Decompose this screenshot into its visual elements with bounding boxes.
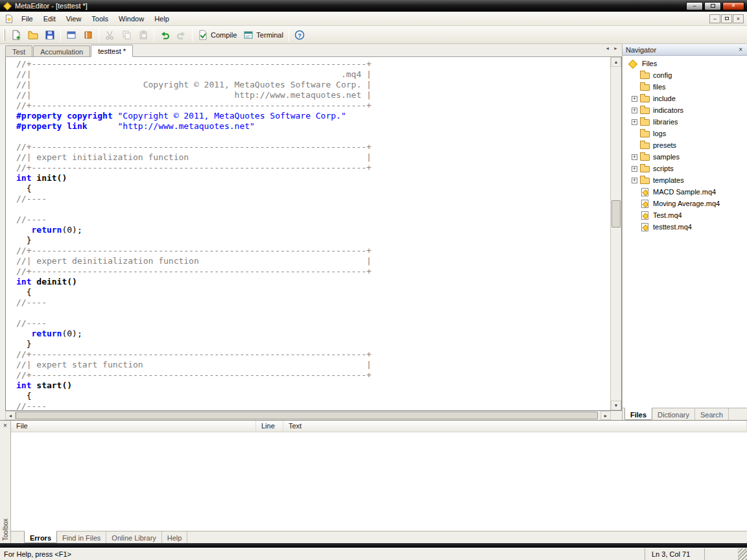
code-line: //| .mq4 | xyxy=(16,69,610,80)
horizontal-scrollbar[interactable]: ◄ ► xyxy=(5,411,622,420)
minimize-button[interactable]: – xyxy=(686,2,703,10)
folder-icon xyxy=(640,178,650,184)
compile-button[interactable]: Compile xyxy=(195,27,240,43)
expand-icon[interactable]: + xyxy=(632,154,637,160)
menu-view[interactable]: View xyxy=(61,13,87,25)
tree-item-scripts[interactable]: +scripts xyxy=(622,163,747,174)
code-area[interactable]: //+-------------------------------------… xyxy=(6,57,610,410)
tree-item-logs[interactable]: logs xyxy=(622,128,747,139)
tree-item-config[interactable]: config xyxy=(622,69,747,81)
scroll-up-icon[interactable]: ▲ xyxy=(611,57,621,67)
scroll-left-icon[interactable]: ◄ xyxy=(5,411,16,420)
tree-item-presets[interactable]: presets xyxy=(622,139,747,151)
tree-item-files[interactable]: files xyxy=(622,81,747,93)
book-button[interactable] xyxy=(80,27,97,43)
navigator-close-icon[interactable]: × xyxy=(737,46,744,53)
tab-scroll-left-icon[interactable]: ◄ xyxy=(605,46,610,51)
expand-icon[interactable]: + xyxy=(632,178,637,183)
code-line: //| expert initialization function | xyxy=(16,152,610,163)
status-blank-cell xyxy=(704,548,738,560)
cut-button[interactable] xyxy=(101,27,118,43)
toolbox-tab-errors[interactable]: Errors xyxy=(24,531,57,543)
tree-item-label: Files xyxy=(642,60,657,67)
toolbox-strip: × Toolbox xyxy=(0,421,10,543)
tree-item-include[interactable]: +include xyxy=(622,93,747,104)
toolbox-main: File Line Text ErrorsFind in FilesOnline… xyxy=(10,421,747,543)
tree-item-test-mq4[interactable]: Test.mq4 xyxy=(622,209,747,221)
navigator-tab-dictionary[interactable]: Dictionary xyxy=(652,408,695,420)
save-button[interactable] xyxy=(42,27,58,43)
mdi-restore-icon xyxy=(725,17,729,20)
document-icon[interactable] xyxy=(5,14,14,23)
column-header-line[interactable]: Line xyxy=(256,421,283,432)
code-line: //---- xyxy=(16,194,610,204)
close-button[interactable]: × xyxy=(722,2,744,10)
horizontal-scroll-track[interactable] xyxy=(16,411,600,420)
toolbox-body[interactable] xyxy=(11,432,747,531)
toolbox-tab-help[interactable]: Help xyxy=(162,531,188,543)
toolbox-tab-online-library[interactable]: Online Library xyxy=(106,531,161,543)
horizontal-scroll-thumb[interactable] xyxy=(16,412,598,419)
menu-window[interactable]: Window xyxy=(113,13,149,25)
column-header-file[interactable]: File xyxy=(11,421,256,432)
toolbox-tab-find-in-files[interactable]: Find in Files xyxy=(57,531,106,543)
tree-item-testtest-mq4[interactable]: testtest.mq4 xyxy=(622,221,747,233)
tab-test[interactable]: Test xyxy=(5,45,32,56)
tree-item-label: scripts xyxy=(653,165,674,172)
tab-scroll-right-icon[interactable]: ► xyxy=(613,46,618,51)
restore-button[interactable] xyxy=(704,2,721,10)
tab-strip: TestAccumulationtesttest * ◄ ► xyxy=(5,44,622,57)
terminal-button[interactable]: Terminal xyxy=(240,27,287,43)
navigator-tab-files[interactable]: Files xyxy=(624,408,652,420)
vertical-scrollbar[interactable]: ▲ ▼ xyxy=(610,57,621,410)
help-button[interactable]: ? xyxy=(291,27,308,43)
folder-icon xyxy=(640,73,650,79)
new-file-button[interactable] xyxy=(8,27,25,43)
window-button[interactable] xyxy=(63,27,80,43)
tree-item-label: Moving Average.mq4 xyxy=(653,200,720,207)
tab-accumulation[interactable]: Accumulation xyxy=(33,45,90,56)
vertical-scroll-track[interactable] xyxy=(611,67,621,401)
tree-item-indicators[interactable]: +indicators xyxy=(622,104,747,116)
undo-button[interactable] xyxy=(156,27,173,43)
menu-file[interactable]: File xyxy=(16,13,38,25)
menu-edit[interactable]: Edit xyxy=(38,13,61,25)
copy-button[interactable] xyxy=(118,27,135,43)
mdi-restore-button[interactable] xyxy=(721,14,732,23)
scroll-down-icon[interactable]: ▼ xyxy=(611,401,621,410)
tree-item-files[interactable]: Files xyxy=(622,58,747,69)
column-header-text[interactable]: Text xyxy=(283,421,747,432)
expand-icon[interactable]: + xyxy=(632,119,637,125)
tab-testtest[interactable]: testtest * xyxy=(91,45,133,57)
menu-tools[interactable]: Tools xyxy=(86,13,113,25)
status-bar: For Help, press <F1> Ln 3, Col 71 xyxy=(0,548,747,560)
scroll-right-icon[interactable]: ► xyxy=(600,411,611,420)
navigator-header[interactable]: Navigator × xyxy=(622,44,747,56)
expand-icon[interactable]: + xyxy=(632,166,637,172)
toolbar-grip[interactable] xyxy=(3,29,5,41)
tree-item-samples[interactable]: +samples xyxy=(622,151,747,163)
code-line: { xyxy=(16,391,610,401)
tree-item-templates[interactable]: +templates xyxy=(622,174,747,186)
mdi-minimize-button[interactable]: – xyxy=(709,14,720,23)
navigator-tab-search[interactable]: Search xyxy=(695,408,729,420)
folder-icon xyxy=(640,96,650,102)
expand-icon[interactable]: + xyxy=(632,108,637,113)
redo-button[interactable] xyxy=(173,27,190,43)
tree-item-moving-average-mq4[interactable]: Moving Average.mq4 xyxy=(622,198,747,209)
book-icon xyxy=(83,30,93,40)
paste-button[interactable] xyxy=(135,27,152,43)
code-line: { xyxy=(16,287,610,298)
menu-help[interactable]: Help xyxy=(149,13,174,25)
mdi-close-button[interactable]: × xyxy=(733,14,744,23)
metaeditor-window: MetaEditor - [testtest *] – × FileEditVi… xyxy=(0,0,747,560)
tree-item-macd-sample-mq4[interactable]: MACD Sample.mq4 xyxy=(622,186,747,198)
redo-icon xyxy=(176,30,187,40)
open-file-button[interactable] xyxy=(25,27,42,43)
resize-grip[interactable] xyxy=(738,548,747,560)
vertical-scroll-thumb[interactable] xyxy=(611,200,621,228)
expand-icon[interactable]: + xyxy=(632,96,637,102)
tree-item-libraries[interactable]: +libraries xyxy=(622,116,747,128)
compile-label: Compile xyxy=(211,31,237,39)
toolbox-close-icon[interactable]: × xyxy=(3,422,7,429)
